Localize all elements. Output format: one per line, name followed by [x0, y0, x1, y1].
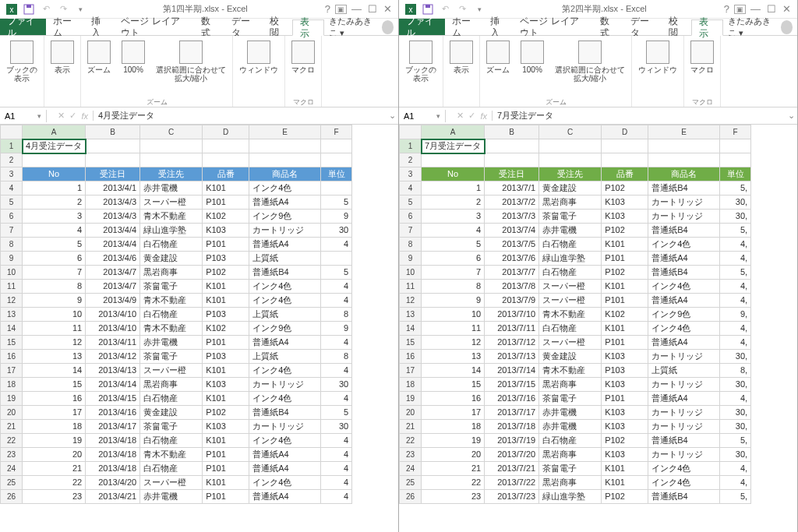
cell[interactable]: カートリッジ — [648, 448, 720, 462]
row-header-12[interactable]: 12 — [1, 294, 23, 308]
cell[interactable]: 茶畠電子 — [140, 280, 203, 294]
close-icon[interactable]: ✕ — [781, 3, 793, 15]
cell[interactable]: 4, — [720, 280, 751, 294]
row-header-14[interactable]: 14 — [400, 322, 422, 336]
cell[interactable]: 5 — [321, 406, 352, 420]
row-header-26[interactable]: 26 — [1, 490, 23, 504]
cell[interactable]: 普通紙B4 — [648, 266, 720, 280]
row-header-21[interactable]: 21 — [400, 420, 422, 434]
cell[interactable]: 5, — [720, 434, 751, 448]
cell[interactable]: 2013/7/4 — [485, 224, 539, 238]
cell[interactable]: 2013/4/17 — [86, 420, 140, 434]
maximize-icon[interactable]: ☐ — [366, 3, 379, 15]
cell[interactable]: 19 — [23, 434, 86, 448]
cell[interactable]: 17 — [23, 406, 86, 420]
user-name[interactable]: きたみあきこ ▾ — [324, 19, 398, 35]
cell[interactable]: K103 — [602, 210, 648, 224]
cell[interactable]: K103 — [602, 448, 648, 462]
cell[interactable]: 2013/4/14 — [86, 378, 140, 392]
cell[interactable]: 2013/7/20 — [485, 448, 539, 462]
cell[interactable]: 5 — [321, 266, 352, 280]
header-0[interactable]: No — [422, 167, 485, 181]
cell[interactable]: 9 — [321, 322, 352, 336]
save-icon[interactable] — [22, 2, 36, 16]
cell[interactable]: インク9色 — [249, 210, 321, 224]
row-header-23[interactable]: 23 — [1, 448, 23, 462]
col-header-B[interactable]: B — [485, 125, 539, 139]
cell[interactable]: 2013/4/16 — [86, 406, 140, 420]
cell[interactable] — [321, 252, 352, 266]
cell[interactable]: 4, — [720, 322, 751, 336]
cell[interactable]: 赤井電機 — [140, 336, 203, 350]
cell[interactable]: カートリッジ — [648, 210, 720, 224]
formula-input[interactable]: 4月受注データ — [94, 108, 386, 123]
header-5[interactable]: 単位 — [720, 167, 751, 181]
cell[interactable]: 黒岩商事 — [539, 476, 602, 490]
cell[interactable]: 2013/7/17 — [485, 406, 539, 420]
select-all[interactable] — [400, 125, 422, 139]
cell[interactable]: 2013/7/1 — [485, 181, 539, 196]
row-header-11[interactable]: 11 — [400, 280, 422, 294]
formula-input[interactable]: 7月受注データ — [493, 108, 785, 123]
cell[interactable]: カートリッジ — [249, 420, 321, 434]
col-header-F[interactable]: F — [720, 125, 751, 139]
window-button[interactable]: ウィンドウ — [634, 39, 682, 96]
cell[interactable]: 30, — [720, 406, 751, 420]
tab-home[interactable]: ホーム — [445, 19, 483, 35]
cell[interactable]: 2013/4/6 — [86, 252, 140, 266]
cell[interactable]: インク4色 — [249, 476, 321, 490]
cell[interactable]: 2013/7/9 — [485, 294, 539, 308]
cell[interactable]: 11 — [422, 322, 485, 336]
cell[interactable]: P101 — [203, 196, 249, 210]
cell[interactable]: 5, — [720, 490, 751, 504]
cell[interactable]: 4, — [720, 252, 751, 266]
cell[interactable]: 10 — [422, 308, 485, 322]
cell[interactable]: 8 — [23, 280, 86, 294]
row-header-3[interactable]: 3 — [1, 167, 23, 181]
cell[interactable]: 18 — [23, 420, 86, 434]
cell[interactable]: 赤井電機 — [539, 420, 602, 434]
user-name[interactable]: きたみあきこ ▾ — [723, 19, 797, 35]
cell[interactable]: インク9色 — [249, 322, 321, 336]
cell[interactable]: 黒岩商事 — [539, 448, 602, 462]
cell[interactable]: 23 — [23, 490, 86, 504]
cell[interactable]: カートリッジ — [249, 378, 321, 392]
cell[interactable]: 30 — [321, 378, 352, 392]
cell[interactable]: 9, — [720, 308, 751, 322]
cell[interactable]: 2 — [422, 196, 485, 210]
cell[interactable]: 4 — [321, 392, 352, 406]
cell[interactable]: 14 — [422, 364, 485, 378]
cell[interactable]: 4 — [321, 280, 352, 294]
cell[interactable]: 2013/7/19 — [485, 434, 539, 448]
zoom-100-button[interactable]: 100% — [117, 39, 150, 96]
cell[interactable]: 4, — [720, 476, 751, 490]
cell[interactable]: P101 — [203, 462, 249, 476]
cell[interactable]: 8 — [422, 280, 485, 294]
cell[interactable]: 黒岩商事 — [140, 266, 203, 280]
cell[interactable]: カートリッジ — [648, 350, 720, 364]
cell[interactable]: P101 — [203, 238, 249, 252]
window-button[interactable]: ウィンドウ — [235, 39, 283, 96]
cell[interactable]: K103 — [602, 378, 648, 392]
cell[interactable]: インク4色 — [648, 476, 720, 490]
cell[interactable]: 22 — [23, 476, 86, 490]
cell[interactable]: 19 — [422, 434, 485, 448]
row-header-8[interactable]: 8 — [400, 238, 422, 252]
qat-dropdown[interactable]: ▾ — [472, 2, 486, 16]
cell[interactable] — [321, 181, 352, 196]
cell[interactable]: 黄金建設 — [539, 181, 602, 196]
header-5[interactable]: 単位 — [321, 167, 352, 181]
cell[interactable]: 上質紙 — [249, 350, 321, 364]
cell[interactable]: 13 — [23, 350, 86, 364]
row-header-11[interactable]: 11 — [1, 280, 23, 294]
row-header-1[interactable]: 1 — [1, 139, 23, 153]
cell[interactable]: 9 — [422, 294, 485, 308]
cell[interactable]: 2013/7/3 — [485, 210, 539, 224]
cell[interactable]: 赤井電機 — [140, 181, 203, 196]
cell[interactable]: インク4色 — [249, 280, 321, 294]
zoom-selection-button[interactable]: 選択範囲に合わせて 拡大/縮小 — [550, 39, 630, 96]
header-3[interactable]: 品番 — [203, 167, 249, 181]
ribbon-options-icon[interactable]: ▣ — [734, 5, 746, 14]
col-header-A[interactable]: A — [23, 125, 86, 139]
help-icon[interactable]: ? — [722, 3, 731, 15]
